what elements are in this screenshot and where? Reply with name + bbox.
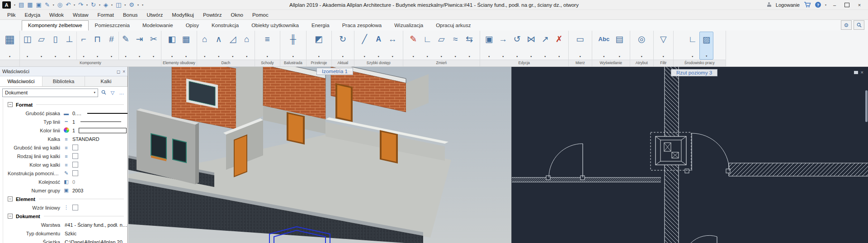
caret-icon[interactable]: ▾: [74, 3, 75, 6]
help-caret-icon[interactable]: ▾: [825, 3, 826, 6]
chimney-block[interactable]: [651, 132, 691, 170]
menu-okno[interactable]: Okno: [226, 11, 248, 19]
panel-tab-biblioteka[interactable]: Biblioteka: [42, 76, 85, 86]
section-element[interactable]: – Element: [8, 195, 127, 203]
edit-polyline-button[interactable]: ≈▾: [448, 32, 462, 60]
door-tool-button[interactable]: ◧▾: [165, 32, 179, 60]
property-value[interactable]: 1: [70, 128, 75, 133]
viewport-maximize-icon[interactable]: [854, 71, 858, 74]
facade-tool-button[interactable]: ▦▾: [179, 32, 193, 60]
more-options-button[interactable]: …: [118, 90, 125, 95]
panel-tab-kalki[interactable]: Kalki: [85, 76, 127, 86]
caret-icon[interactable]: ▾: [86, 3, 88, 6]
minimize-button[interactable]: –: [830, 2, 839, 8]
stairs-button[interactable]: ≡▾: [260, 32, 274, 60]
viewport-close-icon[interactable]: ×: [861, 70, 863, 75]
section-format[interactable]: – Format: [8, 100, 127, 109]
text-button[interactable]: A▾: [372, 32, 386, 60]
logo-caret-icon[interactable]: ▾: [14, 3, 15, 6]
roof-edit-button[interactable]: ⌂▾: [240, 32, 254, 60]
settings-button[interactable]: ⚙: [841, 20, 852, 30]
line-color-sample[interactable]: [79, 128, 127, 133]
caret-icon[interactable]: ▾: [99, 3, 100, 6]
caret-icon[interactable]: ▾: [53, 3, 54, 6]
tab-praca-zespolowa[interactable]: Praca zespołowa: [336, 20, 388, 31]
line-pattern-checkbox[interactable]: [72, 205, 78, 210]
property-value[interactable]: 2003: [70, 188, 83, 193]
viewport-isometric[interactable]: Izometria 1: [128, 67, 511, 243]
cart-icon[interactable]: [804, 2, 811, 8]
pen-line-sample[interactable]: [87, 113, 127, 114]
color-from-layer-checkbox[interactable]: [72, 162, 78, 168]
edit-points-button[interactable]: ▱▾: [434, 32, 448, 60]
wall-tool-button[interactable]: ◫▾: [20, 32, 34, 60]
roof-cover-button[interactable]: ∧▾: [212, 32, 226, 60]
tab-opracuj-arkusz[interactable]: Opracuj arkusz: [429, 20, 477, 31]
column-tool-button[interactable]: ▯▾: [48, 32, 62, 60]
menu-utworz[interactable]: Utwórz: [142, 11, 168, 19]
tab-opisy[interactable]: Opisy: [179, 20, 205, 31]
menu-widok[interactable]: Widok: [45, 11, 68, 19]
attribute-tag-button[interactable]: ◎▾: [635, 32, 649, 60]
login-link[interactable]: Logowanie: [776, 2, 800, 8]
door[interactable]: [288, 114, 303, 143]
zoom-comment-icon[interactable]: ◎: [57, 2, 62, 8]
help-icon[interactable]: ?: [815, 2, 821, 8]
menu-pomoc[interactable]: Pomoc: [248, 11, 273, 19]
menu-wstaw[interactable]: Wstaw: [68, 11, 93, 19]
selection-mode-button[interactable]: ▨▾: [699, 32, 713, 60]
property-value[interactable]: 0.25: [70, 111, 82, 116]
tab-konstrukcja[interactable]: Konstrukcja: [205, 20, 245, 31]
copy-button[interactable]: ▣▾: [482, 32, 496, 60]
fillet-button[interactable]: ∟▾: [420, 32, 434, 60]
caret-icon[interactable]: ▾: [111, 3, 113, 6]
recess-tool-button[interactable]: ⊓▾: [90, 32, 104, 60]
join-component-button[interactable]: ⇥▾: [132, 32, 146, 60]
tab-energia[interactable]: Energia: [305, 20, 336, 31]
tab-wizualizacja[interactable]: Wizualizacja: [388, 20, 429, 31]
update-3d-button[interactable]: ↻▾: [336, 32, 350, 60]
component-grid-tool-button[interactable]: #▾: [104, 32, 118, 60]
menu-format[interactable]: Format: [93, 11, 118, 19]
plan-scrollbar[interactable]: [865, 90, 868, 122]
redo-icon[interactable]: ↷: [78, 2, 83, 8]
edit-component-button[interactable]: ✎▾: [118, 32, 132, 60]
construction-aid-checkbox[interactable]: [72, 170, 78, 176]
section-button[interactable]: ◩▾: [312, 32, 326, 60]
restore-button[interactable]: [844, 3, 849, 7]
close-button[interactable]: ×: [855, 2, 863, 8]
window-layout-icon[interactable]: ◫: [116, 2, 121, 8]
repeat-icon[interactable]: ↻: [91, 2, 96, 8]
collapse-icon[interactable]: –: [8, 196, 13, 201]
mirror-button[interactable]: ⋈▾: [524, 32, 538, 60]
collapse-icon[interactable]: –: [8, 214, 13, 219]
plan-drawing[interactable]: [512, 67, 868, 243]
slab-tool-button[interactable]: ▱▾: [34, 32, 48, 60]
customize-icon[interactable]: ⚙: [129, 2, 134, 8]
plot-icon[interactable]: ◈: [104, 2, 108, 8]
property-value[interactable]: 0: [70, 179, 75, 185]
tab-modelowanie[interactable]: Modelowanie: [136, 20, 179, 31]
menu-powtorz[interactable]: Powtórz: [198, 11, 226, 19]
save-icon[interactable]: ▣: [36, 2, 42, 8]
line-button[interactable]: ╱▾: [358, 32, 372, 60]
undo-icon[interactable]: ↶: [66, 2, 71, 8]
panel-close-icon[interactable]: ×: [123, 69, 125, 74]
menu-bonus[interactable]: Bonus: [118, 11, 142, 19]
section-dokument[interactable]: – Dokument: [8, 212, 127, 220]
linetype-sample[interactable]: [80, 122, 121, 122]
scale-button[interactable]: ↗▾: [538, 32, 552, 60]
property-value[interactable]: 1: [70, 119, 75, 125]
edit-pencil-button[interactable]: ✎▾: [406, 32, 420, 60]
door-opening-tool-button[interactable]: ⌐▾: [76, 32, 90, 60]
rotate-button[interactable]: ↺▾: [510, 32, 524, 60]
move-button[interactable]: →▾: [496, 32, 510, 60]
edit-icon[interactable]: ✎: [45, 2, 50, 8]
search-button[interactable]: [854, 20, 864, 30]
caret-icon[interactable]: ▾: [124, 3, 126, 6]
door[interactable]: [337, 85, 351, 120]
dock-icon[interactable]: ◻: [117, 69, 120, 74]
allplan-logo[interactable]: A: [2, 1, 11, 9]
viewport-label-rzut[interactable]: Rzut poziomy 3: [671, 69, 717, 76]
iso-3d-scene[interactable]: [128, 67, 511, 243]
